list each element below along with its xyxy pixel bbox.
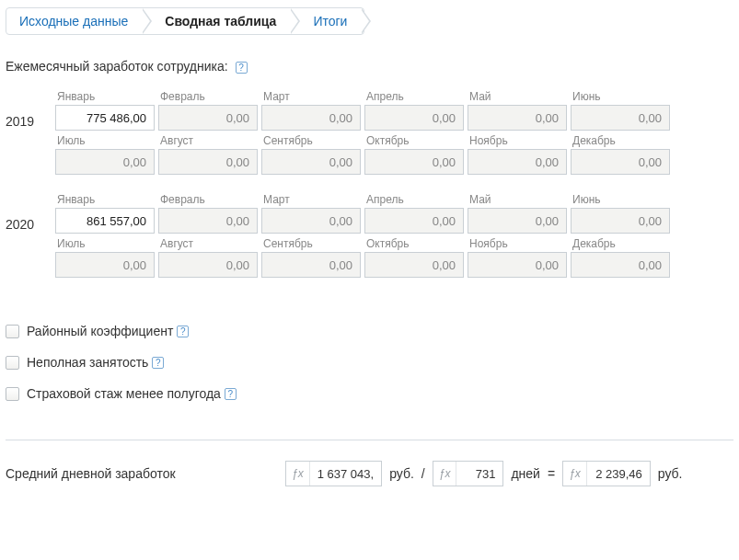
month-input[interactable] (55, 252, 155, 278)
option-insurance: Страховой стаж менее полугода ? (6, 386, 733, 401)
month-label: Апрель (364, 193, 464, 206)
part-time-label: Неполная занятость (27, 355, 148, 370)
year-block: 2019ЯнварьФевральМартАпрельМайИюньИюльАв… (0, 90, 739, 193)
year-label: 2019 (6, 90, 55, 175)
result-value: 2 239,46 (587, 467, 650, 481)
months-grid: ЯнварьФевральМартАпрельМайИюньИюльАвгуст… (55, 193, 733, 278)
month-input[interactable] (468, 149, 567, 175)
insurance-checkbox[interactable] (6, 387, 19, 401)
month-input[interactable] (364, 208, 464, 234)
total-earnings-value: 1 637 043, (310, 467, 381, 481)
unit-rub: руб. (389, 466, 414, 481)
month-input[interactable] (261, 149, 361, 175)
month-input[interactable] (571, 252, 670, 278)
month-input[interactable] (468, 105, 567, 131)
month-cell: Ноябрь (468, 237, 567, 278)
wizard-tabs-outline: Исходные данные Сводная таблица Итоги (6, 7, 364, 35)
month-cell: Апрель (364, 90, 464, 131)
month-cell: Февраль (158, 90, 258, 131)
regional-coefficient-checkbox[interactable] (6, 325, 19, 338)
month-input[interactable] (364, 105, 464, 131)
year-label: 2020 (6, 193, 55, 278)
month-cell: Июль (55, 237, 155, 278)
month-cell: Июнь (571, 193, 670, 234)
month-input[interactable] (468, 208, 567, 234)
month-input[interactable] (261, 105, 361, 131)
days-input[interactable]: ƒx 731 (433, 461, 504, 486)
months-grid: ЯнварьФевральМартАпрельМайИюньИюльАвгуст… (55, 90, 733, 175)
summary-label: Средний дневной заработок (6, 466, 282, 481)
month-input[interactable] (55, 208, 155, 234)
month-label: Март (261, 90, 361, 103)
month-input[interactable] (55, 149, 155, 175)
fx-icon: ƒx (286, 462, 310, 486)
month-cell: Ноябрь (468, 134, 567, 175)
month-label: Август (158, 237, 258, 250)
unit-rub-2: руб. (658, 466, 683, 481)
month-label: Май (468, 90, 567, 103)
month-cell: Май (468, 90, 567, 131)
help-icon[interactable]: ? (225, 388, 237, 400)
month-label: Февраль (158, 193, 258, 206)
insurance-label: Страховой стаж менее полугода (27, 386, 221, 401)
part-time-checkbox[interactable] (6, 356, 19, 370)
month-label: Июнь (571, 193, 670, 206)
option-part-time: Неполная занятость ? (6, 355, 733, 370)
month-input[interactable] (158, 149, 258, 175)
help-icon[interactable]: ? (236, 62, 248, 74)
month-label: Ноябрь (468, 237, 567, 250)
month-label: Октябрь (364, 237, 464, 250)
month-label: Октябрь (364, 134, 464, 147)
month-input[interactable] (158, 252, 258, 278)
month-cell: Август (158, 134, 258, 175)
month-label: Февраль (158, 90, 258, 103)
option-regional-coefficient: Районный коэффициент ? (6, 324, 733, 338)
month-input[interactable] (261, 208, 361, 234)
tab-pivot-table[interactable]: Сводная таблица (144, 8, 293, 34)
summary-row: Средний дневной заработок ƒx 1 637 043, … (0, 440, 739, 503)
section-title-text: Ежемесячный заработок сотрудника: (6, 59, 228, 74)
month-cell: Апрель (364, 193, 464, 234)
month-cell: Январь (55, 90, 155, 131)
month-label: Апрель (364, 90, 464, 103)
unit-days: дней (511, 466, 540, 481)
month-label: Август (158, 134, 258, 147)
month-label: Март (261, 193, 361, 206)
help-icon[interactable]: ? (152, 357, 164, 369)
month-label: Июль (55, 237, 155, 250)
month-input[interactable] (571, 208, 670, 234)
tab-source-data[interactable]: Исходные данные (6, 8, 144, 34)
month-label: Январь (55, 90, 155, 103)
month-cell: Июнь (571, 90, 670, 131)
month-label: Сентябрь (261, 237, 361, 250)
month-cell: Август (158, 237, 258, 278)
month-input[interactable] (571, 105, 670, 131)
month-label: Май (468, 193, 567, 206)
month-input[interactable] (468, 252, 567, 278)
fx-icon: ƒx (563, 462, 587, 486)
result-input[interactable]: ƒx 2 239,46 (562, 461, 651, 486)
month-input[interactable] (364, 149, 464, 175)
month-cell: Февраль (158, 193, 258, 234)
month-label: Июль (55, 134, 155, 147)
month-input[interactable] (571, 149, 670, 175)
month-input[interactable] (55, 105, 155, 131)
fx-icon: ƒx (433, 462, 457, 486)
month-input[interactable] (158, 105, 258, 131)
month-cell: Январь (55, 193, 155, 234)
help-icon[interactable]: ? (177, 326, 189, 337)
month-label: Январь (55, 193, 155, 206)
month-label: Ноябрь (468, 134, 567, 147)
month-label: Сентябрь (261, 134, 361, 147)
month-cell: Июль (55, 134, 155, 175)
month-cell: Декабрь (571, 237, 670, 278)
tab-totals[interactable]: Итоги (293, 8, 364, 34)
month-input[interactable] (261, 252, 361, 278)
month-input[interactable] (158, 208, 258, 234)
month-cell: Сентябрь (261, 134, 361, 175)
slash: / (421, 466, 425, 481)
total-earnings-input[interactable]: ƒx 1 637 043, (285, 461, 382, 486)
equals: = (548, 466, 555, 481)
month-cell: Март (261, 193, 361, 234)
month-input[interactable] (364, 252, 464, 278)
